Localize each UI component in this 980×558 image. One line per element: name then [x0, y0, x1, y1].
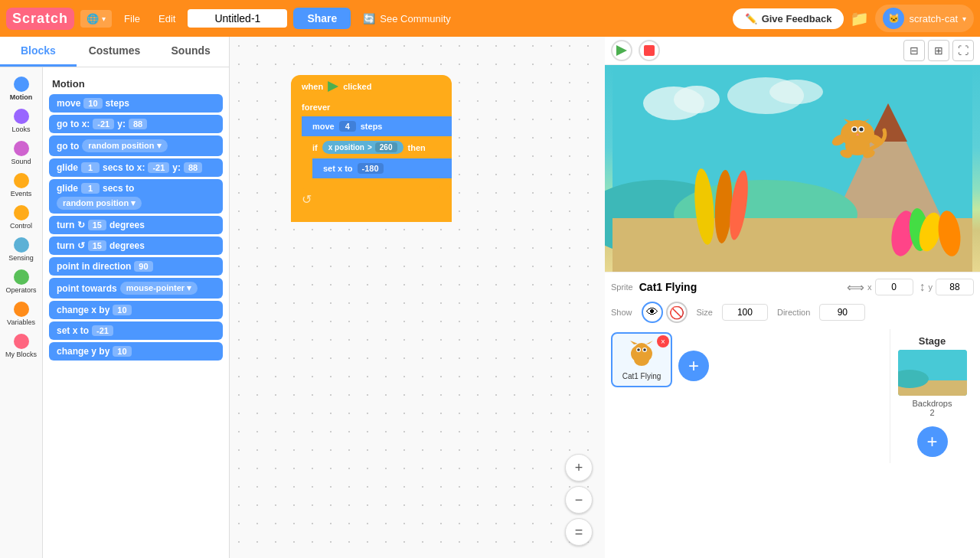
category-events[interactable]: Events [2, 170, 41, 201]
set-x-block[interactable]: set x to -180 [312, 158, 452, 178]
category-sensing[interactable]: Sensing [2, 234, 41, 265]
direction-value[interactable]: 90 [819, 304, 865, 321]
small-stage-button[interactable]: ⊟ [903, 40, 925, 61]
category-operators[interactable]: Operators [2, 266, 41, 297]
sprite-close-button[interactable]: × [657, 335, 669, 348]
if-block[interactable]: if x position > 260 then set x to - [302, 136, 452, 189]
file-menu[interactable]: File [118, 10, 146, 28]
control-dot [14, 205, 29, 220]
forever-block[interactable]: forever move 4 steps if x position [291, 98, 452, 222]
svg-point-39 [634, 354, 649, 366]
stage-mini-svg [898, 350, 967, 396]
block-turn-cw[interactable]: turn ↻ 15 degrees [49, 216, 223, 234]
code-block-stack[interactable]: when clicked forever move 4 steps [291, 75, 452, 222]
stage-view-buttons: ⊟ ⊞ ⛶ [903, 40, 974, 61]
condition-block[interactable]: x position > 260 [322, 141, 403, 154]
blocks-tab-content: Motion Looks Sound Events Control [0, 67, 229, 558]
category-sound[interactable]: Sound [2, 138, 41, 168]
stage-label: Stage [890, 329, 974, 350]
clicked-label: clicked [343, 82, 371, 91]
username-label: scratch-cat [909, 13, 958, 24]
large-stage-button[interactable]: ⊞ [928, 40, 949, 61]
sprite-name[interactable]: Cat1 Flying [639, 281, 841, 293]
green-flag-button[interactable] [611, 40, 632, 61]
stage-canvas[interactable] [605, 65, 980, 272]
globe-language-button[interactable]: 🌐 ▾ [80, 10, 112, 28]
pencil-icon: ✏️ [745, 13, 757, 24]
updown-icon: ↕ [920, 280, 926, 294]
if-inner: set x to -180 [302, 158, 452, 178]
block-go-to-xy[interactable]: go to x: -21 y: 88 [49, 115, 223, 133]
main-layout: Blocks Costumes Sounds Motion Looks Soun… [0, 37, 980, 558]
block-change-y[interactable]: change y by 10 [49, 342, 223, 361]
sprite-label: Sprite [611, 282, 633, 292]
stop-button[interactable] [639, 40, 660, 61]
topbar: Scratch 🌐 ▾ File Edit Share 🔄 See Commun… [0, 0, 980, 37]
block-turn-ccw[interactable]: turn ↺ 15 degrees [49, 237, 223, 255]
scratch-logo[interactable]: Scratch [6, 8, 74, 30]
globe-dropdown-icon: ▾ [102, 15, 106, 23]
y-label: y [929, 282, 933, 292]
give-feedback-button[interactable]: ✏️ Give Feedback [733, 8, 844, 29]
svg-point-23 [853, 128, 857, 132]
add-backdrop-button[interactable]: + [917, 426, 948, 457]
stage-svg [605, 65, 980, 272]
stage-header: ⊟ ⊞ ⛶ [605, 37, 980, 65]
block-point-direction[interactable]: point in direction 90 [49, 257, 223, 276]
tab-blocks[interactable]: Blocks [0, 37, 77, 67]
tab-sounds[interactable]: Sounds [152, 37, 229, 67]
sprite-svg [622, 340, 661, 370]
block-glide-to-xy[interactable]: glide 1 secs to x: -21 y: 88 [49, 158, 223, 177]
folder-button[interactable]: 📁 [850, 9, 869, 28]
right-panel: ⊟ ⊞ ⛶ [605, 37, 980, 558]
category-motion[interactable]: Motion [2, 73, 41, 104]
sprite-thumb-cat1[interactable]: × [611, 332, 672, 387]
green-flag-icon [328, 81, 338, 92]
events-dot [14, 173, 29, 188]
project-name-input[interactable] [188, 9, 287, 28]
svg-marker-33 [630, 341, 638, 344]
zoom-reset-button[interactable]: = [565, 518, 593, 546]
move-block[interactable]: move 4 steps [302, 116, 452, 136]
direction-label: Direction [777, 308, 810, 317]
size-value[interactable]: 100 [722, 304, 768, 321]
svg-point-24 [860, 128, 864, 132]
sprite-info-row: Sprite Cat1 Flying ⟺ x 0 ↕ y 88 [611, 279, 974, 295]
code-area[interactable]: when clicked forever move 4 steps [230, 37, 605, 558]
category-variables[interactable]: Variables [2, 299, 41, 329]
category-control[interactable]: Control [2, 202, 41, 233]
sprite-props-row: Show 👁 🚫 Size 100 Direction 90 [611, 302, 974, 323]
see-community-button[interactable]: 🔄 See Community [357, 10, 456, 28]
user-menu[interactable]: 🐱 scratch-cat ▾ [875, 5, 974, 32]
block-glide-to-dropdown[interactable]: glide 1 secs to random position ▾ [49, 179, 223, 214]
chevron-down-icon: ▾ [962, 15, 966, 23]
block-change-x[interactable]: change x by 10 [49, 301, 223, 319]
tab-costumes[interactable]: Costumes [77, 37, 153, 67]
share-button[interactable]: Share [293, 8, 351, 29]
if-label: if x position > 260 then [302, 136, 452, 158]
forever-label: forever [291, 98, 452, 116]
category-myblocks[interactable]: My Blocks [2, 331, 41, 361]
show-buttons: 👁 🚫 [642, 302, 688, 323]
hat-block[interactable]: when clicked [291, 75, 452, 98]
forever-inner: move 4 steps if x position > 260 [291, 116, 452, 189]
when-label: when [302, 82, 323, 91]
block-go-to-dropdown[interactable]: go to random position ▾ [49, 135, 223, 156]
stage-mini-thumbnail[interactable] [898, 350, 967, 396]
stage-scene [605, 65, 980, 272]
editor-tabs: Blocks Costumes Sounds [0, 37, 229, 67]
edit-menu[interactable]: Edit [152, 10, 181, 28]
zoom-out-button[interactable]: − [565, 486, 593, 514]
x-value[interactable]: 0 [875, 279, 913, 295]
y-value[interactable]: 88 [936, 279, 974, 295]
show-hidden-button[interactable]: 🚫 [666, 302, 688, 323]
show-visible-button[interactable]: 👁 [642, 302, 663, 323]
category-looks[interactable]: Looks [2, 106, 41, 136]
block-set-x[interactable]: set x to -21 [49, 321, 223, 340]
zoom-in-button[interactable]: + [565, 454, 593, 481]
category-operators-label: Operators [5, 286, 36, 294]
block-point-towards[interactable]: point towards mouse-pointer ▾ [49, 278, 223, 299]
block-move-steps[interactable]: move 10 steps [49, 94, 223, 113]
add-sprite-button[interactable]: + [678, 351, 709, 381]
fullscreen-button[interactable]: ⛶ [952, 40, 974, 61]
